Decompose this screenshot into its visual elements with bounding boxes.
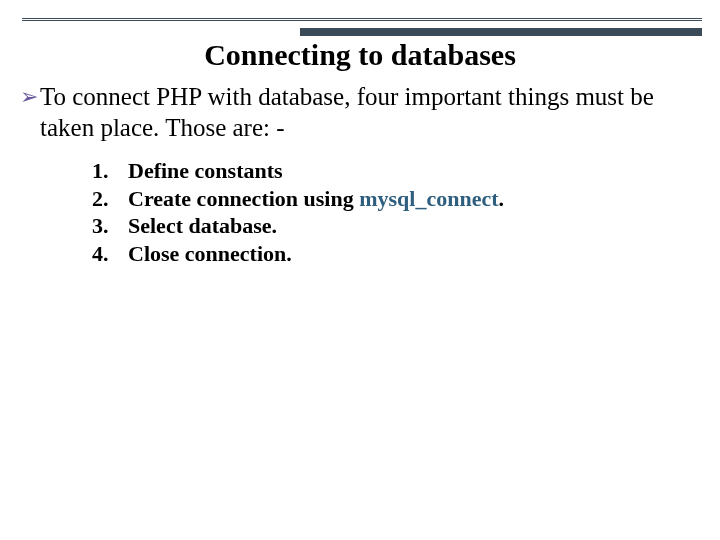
list-text: Select database.: [128, 212, 277, 240]
list-item: 3. Select database.: [92, 212, 696, 240]
list-text-suffix: .: [499, 186, 505, 211]
list-number: 4.: [92, 240, 128, 268]
list-text: Create connection using mysql_connect.: [128, 185, 504, 213]
lead-text: To connect PHP with database, four impor…: [40, 82, 696, 143]
slide-body: ➢ To connect PHP with database, four imp…: [20, 82, 696, 268]
header-rule-bar: [300, 28, 702, 36]
list-text: Define constants: [128, 157, 283, 185]
list-item: 1. Define constants: [92, 157, 696, 185]
numbered-list: 1. Define constants 2. Create connection…: [92, 157, 696, 268]
list-number: 1.: [92, 157, 128, 185]
header-rule-top: [22, 18, 702, 21]
list-item: 2. Create connection using mysql_connect…: [92, 185, 696, 213]
list-number: 2.: [92, 185, 128, 213]
list-text-prefix: Create connection using: [128, 186, 359, 211]
list-text: Close connection.: [128, 240, 292, 268]
lead-paragraph: ➢ To connect PHP with database, four imp…: [20, 82, 696, 143]
list-number: 3.: [92, 212, 128, 240]
mysql-connect-keyword: mysql_connect: [359, 186, 498, 211]
slide: Connecting to databases ➢ To connect PHP…: [0, 0, 720, 540]
triangle-bullet-icon: ➢: [20, 82, 38, 112]
slide-title: Connecting to databases: [0, 38, 720, 72]
list-item: 4. Close connection.: [92, 240, 696, 268]
